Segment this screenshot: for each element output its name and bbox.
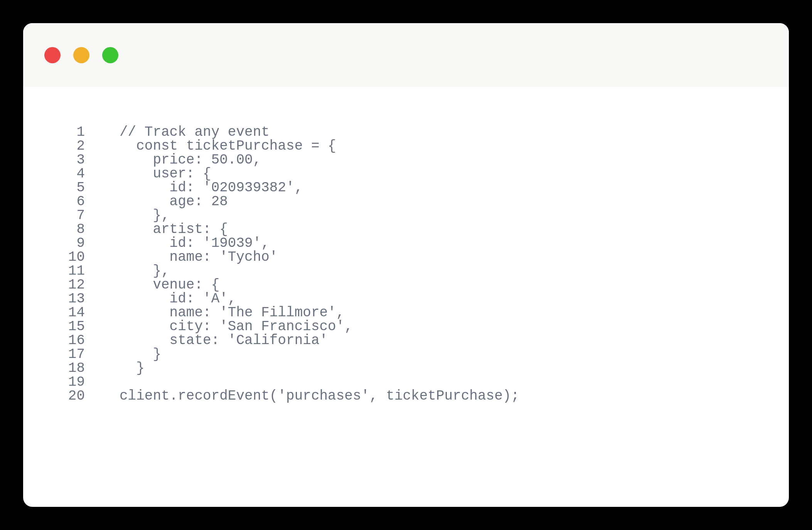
line-number: 3 — [76, 153, 85, 167]
close-icon[interactable] — [44, 47, 61, 63]
line-number: 10 — [68, 250, 85, 264]
line-number: 18 — [68, 361, 85, 375]
line-number: 16 — [68, 334, 85, 348]
code-line: age: 28 — [120, 195, 519, 209]
line-number: 1 — [76, 125, 85, 139]
line-number: 15 — [68, 320, 85, 334]
line-number: 7 — [76, 209, 85, 223]
code-line: } — [120, 348, 519, 361]
code-line: id: '19039', — [120, 236, 519, 250]
code-line: id: 'A', — [120, 292, 519, 306]
line-number: 6 — [76, 195, 85, 209]
code-line: id: '020939382', — [120, 181, 519, 195]
code-line: artist: { — [120, 223, 519, 236]
code-window: 1 2 3 4 5 6 7 8 9 10 11 12 13 14 15 16 1… — [23, 23, 789, 507]
code-line: user: { — [120, 167, 519, 181]
code-line: } — [120, 361, 519, 375]
code-content[interactable]: // Track any event const ticketPurchase … — [120, 125, 519, 403]
window-title-bar — [23, 23, 789, 87]
line-number: 13 — [68, 292, 85, 306]
code-line: name: 'The Fillmore', — [120, 306, 519, 320]
maximize-icon[interactable] — [102, 47, 118, 63]
line-number: 14 — [68, 306, 85, 320]
code-line: state: 'California' — [120, 334, 519, 348]
line-number: 20 — [68, 389, 85, 403]
line-number-gutter: 1 2 3 4 5 6 7 8 9 10 11 12 13 14 15 16 1… — [50, 125, 85, 403]
line-number: 19 — [68, 375, 85, 389]
line-number: 9 — [76, 236, 85, 250]
code-editor: 1 2 3 4 5 6 7 8 9 10 11 12 13 14 15 16 1… — [23, 87, 789, 434]
line-number: 17 — [68, 348, 85, 361]
code-line — [120, 375, 519, 389]
code-line: }, — [120, 209, 519, 223]
line-number: 8 — [76, 223, 85, 236]
code-line: }, — [120, 264, 519, 278]
line-number: 2 — [76, 139, 85, 153]
line-number: 5 — [76, 181, 85, 195]
code-line: city: 'San Francisco', — [120, 320, 519, 334]
code-line: client.recordEvent('purchases', ticketPu… — [120, 389, 519, 403]
code-line: venue: { — [120, 278, 519, 292]
code-line: name: 'Tycho' — [120, 250, 519, 264]
line-number: 4 — [76, 167, 85, 181]
line-number: 11 — [68, 264, 85, 278]
code-line: // Track any event — [120, 125, 519, 139]
minimize-icon[interactable] — [73, 47, 89, 63]
code-line: price: 50.00, — [120, 153, 519, 167]
code-line: const ticketPurchase = { — [120, 139, 519, 153]
line-number: 12 — [68, 278, 85, 292]
